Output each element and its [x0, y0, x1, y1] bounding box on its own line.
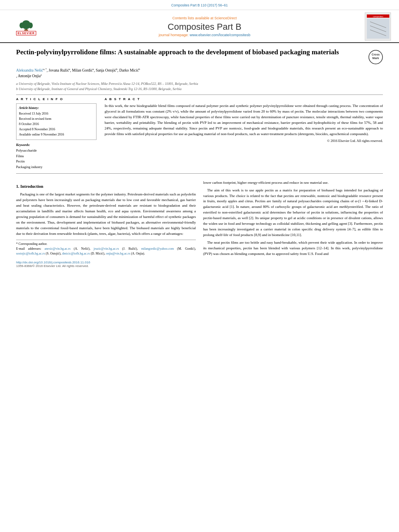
svg-text:composites: composites	[373, 15, 383, 18]
journal-cover-image: composites	[366, 14, 390, 40]
email-ostojic[interactable]: sostojic@iofh.bg.ac.rs	[16, 252, 45, 255]
journal-header: ELSEVIER Contents lists available at Sci…	[0, 10, 399, 43]
email-onjia[interactable]: onjia@vin.bg.ac.rs	[106, 252, 130, 255]
journal-reference: Composites Part B 110 (2017) 56–61	[171, 2, 228, 8]
article-info-label: A R T I C L E I N F O	[16, 97, 97, 101]
sciencedirect-notice: Contents lists available at ScienceDirec…	[52, 16, 357, 20]
svg-point-3	[28, 22, 33, 28]
right-para-1: lower carbon footprint, higher energy-ef…	[203, 180, 383, 186]
article-info-column: A R T I C L E I N F O Article history: R…	[16, 97, 97, 170]
svg-point-2	[20, 22, 24, 28]
copyright-line: © 2016 Elsevier Ltd. All rights reserved…	[105, 139, 383, 143]
right-para-3: The neat pectin films are too brittle an…	[203, 240, 383, 257]
affiliation-b: b University of Belgrade, Institute of G…	[16, 86, 383, 92]
revised-date: 8 October 2016	[19, 122, 94, 127]
email-nesic[interactable]: anesic@vin.bg.ac.rs	[45, 247, 70, 251]
article-content: Pectin-polyvinylpyrrolidone films: A sus…	[0, 43, 399, 180]
email-micic[interactable]: dmicic@iofh.bg.ac.rs	[62, 252, 90, 255]
journal-homepage: journal homepage: www.elsevier.com/locat…	[52, 33, 357, 37]
email-ruzic[interactable]: jruzic@vin.bg.ac.rs	[94, 247, 119, 251]
right-para-2: The aim of this work is to use apple pec…	[203, 188, 383, 238]
keywords-box: Keywords: Polysaccharide Films Pectin Pa…	[16, 143, 97, 170]
article-title-section: Pectin-polyvinylpyrrolidone films: A sus…	[16, 48, 383, 64]
accepted-date: Accepted 8 November 2016	[19, 127, 94, 132]
abstract-text: In this work, the new biodegradable blen…	[105, 103, 383, 137]
footnote-area: * Corresponding author. E-mail addresses…	[16, 240, 196, 256]
history-title: Article history:	[19, 106, 94, 110]
body-right-column: lower carbon footprint, higher energy-ef…	[203, 180, 383, 259]
body-left-column: 1. Introduction Packaging is one of the …	[16, 180, 196, 259]
affiliation-a: a University of Belgrade, Vinča Institut…	[16, 81, 383, 86]
available-date: Available online 9 November 2016	[19, 132, 94, 138]
keyword-4: Packaging industry	[16, 164, 97, 170]
abstract-column: A B S T R A C T In this work, the new bi…	[105, 97, 383, 170]
info-abstract-section: A R T I C L E I N F O Article history: R…	[16, 97, 383, 170]
article-title: Pectin-polyvinylpyrrolidone films: A sus…	[16, 48, 362, 57]
affiliations: a University of Belgrade, Vinča Institut…	[16, 81, 383, 92]
received-revised-label: Received in revised form	[19, 117, 94, 122]
crossmark-badge: Cross Mark	[368, 50, 383, 64]
intro-para-1: Packaging is one of the largest market s…	[16, 192, 196, 237]
authors-line: Aleksandra Nešića, *, Jovana Ružića, Mil…	[16, 68, 383, 79]
page: Composites Part B 110 (2017) 56–61 ELSEV…	[0, 0, 399, 532]
svg-text:Cross: Cross	[372, 53, 380, 56]
keyword-3: Pectin	[16, 159, 97, 164]
keywords-title: Keywords:	[16, 143, 97, 147]
corresponding-note: * Corresponding author.	[16, 242, 196, 246]
journal-cover-thumbnail: composites	[365, 12, 391, 41]
sciencedirect-link[interactable]: ScienceDirect	[214, 16, 237, 20]
abstract-label: A B S T R A C T	[105, 97, 383, 101]
email-footnotes: E-mail addresses: anesic@vin.bg.ac.rs (A…	[16, 246, 196, 256]
email-gordic[interactable]: milangordic@yahoo.com	[141, 247, 174, 251]
doi-area: http://dx.doi.org/10.1016/j.compositesb.…	[0, 259, 399, 264]
article-history-box: Article history: Received 13 July 2016 R…	[16, 103, 97, 140]
elsevier-logo: ELSEVIER	[8, 16, 44, 37]
author-nesic[interactable]: Aleksandra Nešić	[16, 68, 43, 72]
keyword-1: Polysaccharide	[16, 148, 97, 154]
journal-name-heading: Composites Part B	[52, 22, 357, 32]
intro-heading: 1. Introduction	[16, 183, 196, 190]
journal-center-header: Contents lists available at ScienceDirec…	[44, 16, 365, 37]
crossmark-icon: Cross Mark	[368, 50, 383, 64]
keyword-2: Films	[16, 154, 97, 159]
received-date: Received 13 July 2016	[19, 111, 94, 117]
body-divider	[16, 173, 383, 174]
section-divider	[16, 94, 383, 95]
main-body: 1. Introduction Packaging is one of the …	[0, 180, 399, 259]
elsevier-tree-icon	[14, 18, 38, 31]
elsevier-wordmark: ELSEVIER	[16, 31, 37, 35]
journal-ref-bar: Composites Part B 110 (2017) 56–61	[0, 0, 399, 10]
doi-link[interactable]: http://dx.doi.org/10.1016/j.compositesb.…	[16, 261, 90, 264]
svg-text:Mark: Mark	[372, 57, 379, 60]
homepage-url[interactable]: www.elsevier.com/locate/compositesb	[190, 33, 251, 37]
svg-rect-4	[24, 29, 28, 31]
issn-area: 1359-8368/© 2016 Elsevier Ltd. All right…	[0, 264, 399, 272]
